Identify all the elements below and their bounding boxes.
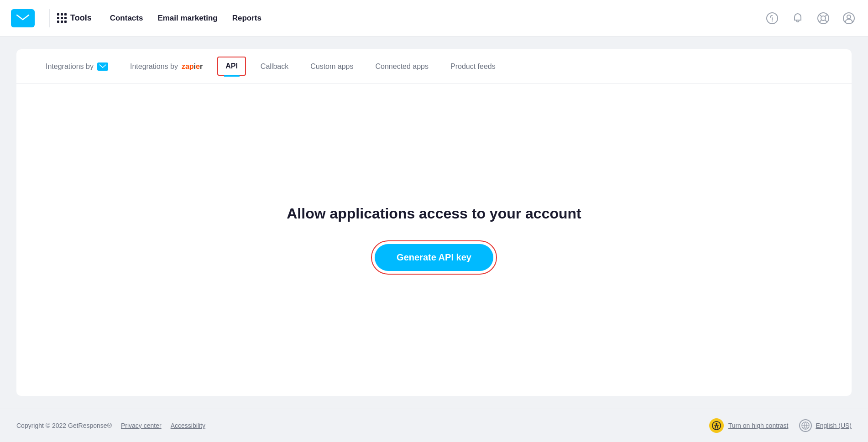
logo[interactable] [11,9,35,27]
generate-api-key-button[interactable]: Generate API key [375,244,493,271]
tab-custom-apps[interactable]: Custom apps [299,50,364,83]
nav-links: Contacts Email marketing Reports [110,14,261,23]
tab-product-feeds-label: Product feeds [450,62,496,71]
tabs-bar: Integrations by Integrations by zapier A… [16,49,852,83]
footer-left: Copyright © 2022 GetResponse® Privacy ce… [16,422,205,429]
tab-custom-apps-label: Custom apps [310,62,353,71]
page-body: Allow applications access to your accoun… [16,83,852,396]
zapier-logo-text: zapier [182,62,203,71]
tools-label: Tools [70,13,92,23]
footer-copyright: Copyright © 2022 GetResponse® [16,422,112,429]
getresponse-envelope-icon [97,62,108,71]
language-label: English (US) [816,422,852,429]
nav-right [764,10,857,26]
nav-email-marketing[interactable]: Email marketing [157,14,217,23]
tab-api[interactable]: API [217,57,246,76]
svg-point-2 [772,20,773,21]
tab-product-feeds[interactable]: Product feeds [439,50,507,83]
integrations-card: Integrations by Integrations by zapier A… [16,49,852,396]
language-selector[interactable]: English (US) [799,419,852,432]
generate-btn-wrapper: Generate API key [371,240,497,275]
tab-connected-apps[interactable]: Connected apps [364,50,439,83]
high-contrast-label: Turn on high contrast [728,422,789,429]
accessibility-icon [709,418,724,433]
main-content: Integrations by Integrations by zapier A… [0,36,868,409]
help-icon[interactable] [764,10,780,26]
svg-point-4 [821,16,826,21]
tools-menu-button[interactable]: Tools [57,13,92,23]
page-heading: Allow applications access to your accoun… [287,205,581,222]
nav-left: Tools Contacts Email marketing Reports [11,9,261,27]
tab-connected-apps-label: Connected apps [375,62,429,71]
top-navigation: Tools Contacts Email marketing Reports [0,0,868,36]
footer-right: Turn on high contrast English (US) [709,418,852,433]
tab-integrations-by-zapier-label: Integrations by [130,62,178,71]
globe-icon [799,419,812,432]
tab-callback-label: Callback [261,62,288,71]
tab-integrations-by-zapier[interactable]: Integrations by zapier [119,50,214,83]
svg-point-9 [716,423,717,425]
nav-contacts[interactable]: Contacts [110,14,143,23]
tab-integrations-by-label: Integrations by [46,62,94,71]
svg-rect-7 [99,64,106,69]
svg-rect-0 [16,14,30,23]
logo-envelope-icon [11,9,35,27]
tab-callback[interactable]: Callback [250,50,299,83]
profile-icon[interactable] [841,10,857,26]
grid-icon [57,13,67,23]
support-icon[interactable] [815,10,831,26]
tab-api-label: API [225,62,238,70]
notifications-icon[interactable] [790,10,806,26]
tab-integrations-by-getresponse[interactable]: Integrations by [35,50,119,83]
footer-privacy-center[interactable]: Privacy center [121,422,162,429]
footer: Copyright © 2022 GetResponse® Privacy ce… [0,409,868,442]
tab-api-underline [224,75,240,77]
svg-point-6 [847,15,851,19]
footer-accessibility[interactable]: Accessibility [171,422,205,429]
high-contrast-button[interactable]: Turn on high contrast [709,418,789,433]
nav-divider [49,9,50,27]
nav-reports[interactable]: Reports [232,14,261,23]
